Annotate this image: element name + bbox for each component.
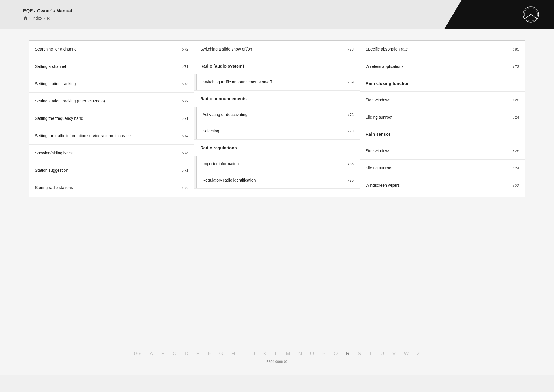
right-panel: Specific absorption rate ›85 Wireless ap… [360, 41, 525, 197]
alphabet-letter-e[interactable]: E [196, 351, 200, 357]
alphabet-letter-l[interactable]: L [275, 351, 278, 357]
breadcrumb: › Index › R [23, 16, 72, 20]
list-item[interactable]: Sliding sunroof ›24 [360, 109, 525, 126]
alphabet-letter-n[interactable]: N [298, 351, 302, 357]
alphabet-letter-q[interactable]: Q [334, 351, 338, 357]
alphabet-letter-f[interactable]: F [208, 351, 211, 357]
alphabet-letter-t[interactable]: T [369, 351, 373, 357]
index-panels: Searching for a channel ›72 Setting a ch… [29, 40, 525, 197]
alphabet-letter-v[interactable]: V [392, 351, 396, 357]
main-content: Searching for a channel ›72 Setting a ch… [0, 29, 554, 375]
alphabet-letter-g[interactable]: G [219, 351, 223, 357]
section-header: Rain closing function [360, 75, 525, 92]
list-item[interactable]: Windscreen wipers ›22 [360, 177, 525, 194]
list-item[interactable]: Searching for a channel ›72 [29, 41, 194, 58]
breadcrumb-index[interactable]: Index [32, 16, 42, 20]
alphabet-letter-h[interactable]: H [231, 351, 235, 357]
alphabet-row[interactable]: 0-9ABCDEFGHIJKLMNOPQRSTUVWZ [134, 351, 420, 357]
alphabet-letter-j[interactable]: J [252, 351, 255, 357]
indent-indicator [194, 74, 197, 90]
alphabet-letter-m[interactable]: M [286, 351, 290, 357]
list-item[interactable]: Selecting ›73 [194, 123, 360, 140]
alphabet-letter-r[interactable]: R [346, 351, 350, 357]
section-header: Rain sensor [360, 126, 525, 142]
alphabet-letter-c[interactable]: C [173, 351, 176, 357]
indent-indicator [194, 123, 197, 139]
section-header: Radio regulations [194, 140, 360, 156]
list-item[interactable]: Switching a slide show off/on ›73 [194, 41, 360, 58]
header-logo-area [444, 0, 554, 29]
list-item[interactable]: Sliding sunroof ›24 [360, 160, 525, 177]
alphabet-letter-i[interactable]: I [243, 351, 244, 357]
breadcrumb-r[interactable]: R [47, 16, 50, 20]
mid-panel: Switching a slide show off/on ›73 Radio … [194, 41, 360, 197]
header: EQE - Owner's Manual › Index › R [0, 0, 554, 29]
indent-indicator [194, 107, 197, 123]
alphabet-letter-z[interactable]: Z [417, 351, 420, 357]
breadcrumb-sep-2: › [44, 16, 45, 20]
header-title-block: EQE - Owner's Manual › Index › R [23, 8, 72, 20]
list-item[interactable]: Setting the traffic information service … [29, 127, 194, 145]
footer: 0-9ABCDEFGHIJKLMNOPQRSTUVWZ F294 0066 02 [0, 351, 554, 364]
list-item[interactable]: Storing radio stations ›72 [29, 179, 194, 197]
mercedes-logo [522, 6, 540, 23]
list-item[interactable]: Side windows ›28 [360, 142, 525, 160]
manual-title: EQE - Owner's Manual [23, 8, 72, 14]
list-item[interactable]: Setting station tracking (Internet Radio… [29, 93, 194, 110]
indent-indicator [194, 172, 197, 188]
list-item[interactable]: Station suggestion ›71 [29, 162, 194, 179]
footer-code: F294 0066 02 [266, 360, 288, 364]
section-header: Radio announcements [194, 91, 360, 107]
breadcrumb-sep-1: › [29, 16, 31, 20]
list-item[interactable]: Setting the frequency band ›71 [29, 110, 194, 127]
list-item[interactable]: Side windows ›28 [360, 92, 525, 109]
alphabet-letter-k[interactable]: K [263, 351, 267, 357]
svg-point-2 [530, 14, 532, 15]
alphabet-letter-o[interactable]: O [310, 351, 314, 357]
home-icon[interactable] [23, 16, 28, 20]
list-item[interactable]: Importer information ›86 [194, 156, 360, 172]
list-item[interactable]: Activating or deactivating ›73 [194, 107, 360, 123]
list-item[interactable]: Wireless applications ›73 [360, 58, 525, 75]
section-header: Radio (audio system) [194, 58, 360, 74]
alphabet-letter-0-9[interactable]: 0-9 [134, 351, 141, 357]
list-item[interactable]: Showing/hiding lyrics ›74 [29, 145, 194, 162]
list-item[interactable]: Setting station tracking ›73 [29, 75, 194, 93]
alphabet-letter-d[interactable]: D [184, 351, 188, 357]
alphabet-letter-u[interactable]: U [381, 351, 384, 357]
list-item[interactable]: Specific absorption rate ›85 [360, 41, 525, 58]
alphabet-letter-w[interactable]: W [404, 351, 409, 357]
list-item[interactable]: Switching traffic announcements on/off ›… [194, 74, 360, 91]
alphabet-letter-p[interactable]: P [322, 351, 326, 357]
indent-indicator [194, 156, 197, 172]
list-item[interactable]: Setting a channel ›71 [29, 58, 194, 75]
list-item[interactable]: Regulatory radio identification ›75 [194, 172, 360, 189]
alphabet-letter-s[interactable]: S [358, 351, 361, 357]
alphabet-letter-b[interactable]: B [161, 351, 164, 357]
left-panel: Searching for a channel ›72 Setting a ch… [29, 41, 194, 197]
alphabet-letter-a[interactable]: A [149, 351, 153, 357]
